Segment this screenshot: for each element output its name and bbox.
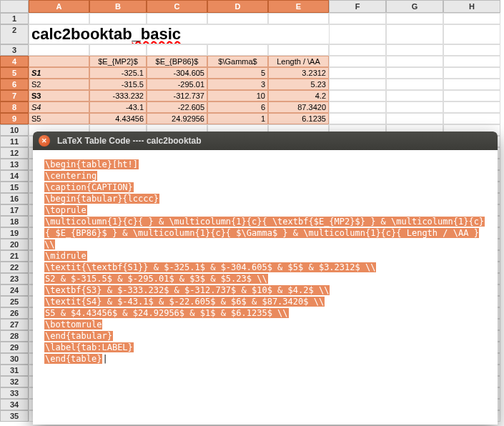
cell-F5[interactable] — [329, 67, 386, 79]
cell-C7[interactable]: -312.737 — [147, 90, 207, 101]
cell-B1[interactable] — [89, 13, 147, 24]
row-header-31[interactable]: 31 — [0, 365, 29, 376]
cell-F3[interactable] — [329, 44, 386, 56]
cell-F4[interactable] — [329, 56, 386, 67]
cell-F7[interactable] — [329, 90, 386, 101]
close-icon[interactable]: ✕ — [39, 135, 50, 147]
row-header-33[interactable]: 33 — [0, 387, 29, 399]
cell-B3[interactable] — [89, 44, 147, 56]
dialog-content[interactable]: \begin{table}[ht!]\centering\caption{CAP… — [33, 150, 498, 373]
cell-G7[interactable] — [386, 90, 443, 101]
row-header-25[interactable]: 25 — [0, 296, 29, 307]
row-header-16[interactable]: 16 — [0, 193, 29, 204]
cell-F9[interactable] — [329, 113, 386, 124]
cell-G6[interactable] — [386, 79, 443, 90]
col-header-C[interactable]: C — [147, 0, 207, 13]
cell-G5[interactable] — [386, 67, 443, 79]
row-header-2[interactable]: 2 — [0, 24, 29, 44]
cell-E9[interactable]: 6.1235 — [268, 113, 329, 124]
cell-B4[interactable]: $E_{MP2}$ — [89, 56, 147, 67]
cell-C8[interactable]: -22.605 — [147, 101, 207, 113]
cell-D9[interactable]: 1 — [207, 113, 268, 124]
cell-C6[interactable]: -295.01 — [147, 79, 207, 90]
cell-D1[interactable] — [207, 13, 268, 24]
row-header-34[interactable]: 34 — [0, 399, 29, 410]
cell-E5[interactable]: 3.2312 — [268, 67, 329, 79]
cell-F2[interactable] — [329, 24, 386, 44]
cell-G9[interactable] — [386, 113, 443, 124]
cell-C9[interactable]: 24.92956 — [147, 113, 207, 124]
cell-A7[interactable]: S3 — [29, 90, 89, 101]
row-header-11[interactable]: 11 — [0, 136, 29, 147]
row-header-19[interactable]: 19 — [0, 227, 29, 239]
row-header-9[interactable]: 9 — [0, 113, 29, 124]
cell-G4[interactable] — [386, 56, 443, 67]
cell-E3[interactable] — [268, 44, 329, 56]
row-header-15[interactable]: 15 — [0, 182, 29, 193]
row-header-14[interactable]: 14 — [0, 170, 29, 182]
cell-H9[interactable] — [443, 113, 500, 124]
cell-B5[interactable]: -325.1 — [89, 67, 147, 79]
row-header-26[interactable]: 26 — [0, 307, 29, 319]
cell-E6[interactable]: 5.23 — [268, 79, 329, 90]
cell-A1[interactable] — [29, 13, 89, 24]
cell-H5[interactable] — [443, 67, 500, 79]
cell-H2[interactable] — [443, 24, 500, 44]
cell-D8[interactable]: 6 — [207, 101, 268, 113]
dialog-titlebar[interactable]: ✕ LaTeX Table Code ---- calc2booktab — [33, 132, 498, 150]
cell-A6[interactable]: S2 — [29, 79, 89, 90]
cell-G2[interactable] — [386, 24, 443, 44]
row-header-10[interactable]: 10 — [0, 124, 29, 136]
cell-G8[interactable] — [386, 101, 443, 113]
cell-G3[interactable] — [386, 44, 443, 56]
cell-A3[interactable] — [29, 44, 89, 56]
cell-H4[interactable] — [443, 56, 500, 67]
row-header-35[interactable]: 35 — [0, 410, 29, 422]
cell-C5[interactable]: -304.605 — [147, 67, 207, 79]
cell-F1[interactable] — [329, 13, 386, 24]
cell-B8[interactable]: -43.1 — [89, 101, 147, 113]
col-header-B[interactable]: B — [89, 0, 147, 13]
row-header-23[interactable]: 23 — [0, 273, 29, 284]
row-header-12[interactable]: 12 — [0, 147, 29, 159]
row-header-21[interactable]: 21 — [0, 250, 29, 262]
col-header-H[interactable]: H — [443, 0, 500, 13]
cell-D7[interactable]: 10 — [207, 90, 268, 101]
row-header-4[interactable]: 4 — [0, 56, 29, 67]
cell-F8[interactable] — [329, 101, 386, 113]
cell-C3[interactable] — [147, 44, 207, 56]
col-header-G[interactable]: G — [386, 0, 443, 13]
row-header-17[interactable]: 17 — [0, 204, 29, 216]
cell-G1[interactable] — [386, 13, 443, 24]
cell-E8[interactable]: 87.3420 — [268, 101, 329, 113]
cell-H6[interactable] — [443, 79, 500, 90]
cell-D4[interactable]: $\Gamma$ — [207, 56, 268, 67]
col-header-D[interactable]: D — [207, 0, 268, 13]
col-header-F[interactable]: F — [329, 0, 386, 13]
cell-B9[interactable]: 4.43456 — [89, 113, 147, 124]
cell-B7[interactable]: -333.232 — [89, 90, 147, 101]
cell-C4[interactable]: $E_{BP86}$ — [147, 56, 207, 67]
corner-cell[interactable] — [0, 0, 29, 13]
col-header-E[interactable]: E — [268, 0, 329, 13]
cell-A5[interactable]: S1 — [29, 67, 89, 79]
row-header-27[interactable]: 27 — [0, 319, 29, 330]
cell-H7[interactable] — [443, 90, 500, 101]
cell-A8[interactable]: S4 — [29, 101, 89, 113]
row-header-29[interactable]: 29 — [0, 342, 29, 353]
cell-A2[interactable]: calc2booktab_basic — [29, 24, 329, 44]
cell-A9[interactable]: S5 — [29, 113, 89, 124]
cell-D3[interactable] — [207, 44, 268, 56]
row-header-13[interactable]: 13 — [0, 159, 29, 170]
cell-D6[interactable]: 3 — [207, 79, 268, 90]
cell-E4[interactable]: Length / \AA — [268, 56, 329, 67]
cell-B6[interactable]: -315.5 — [89, 79, 147, 90]
row-header-5[interactable]: 5 — [0, 67, 29, 79]
row-header-20[interactable]: 20 — [0, 239, 29, 250]
row-header-30[interactable]: 30 — [0, 353, 29, 365]
row-header-24[interactable]: 24 — [0, 284, 29, 296]
cell-H1[interactable] — [443, 13, 500, 24]
row-header-7[interactable]: 7 — [0, 90, 29, 101]
row-header-32[interactable]: 32 — [0, 376, 29, 387]
cell-A4[interactable] — [29, 56, 89, 67]
